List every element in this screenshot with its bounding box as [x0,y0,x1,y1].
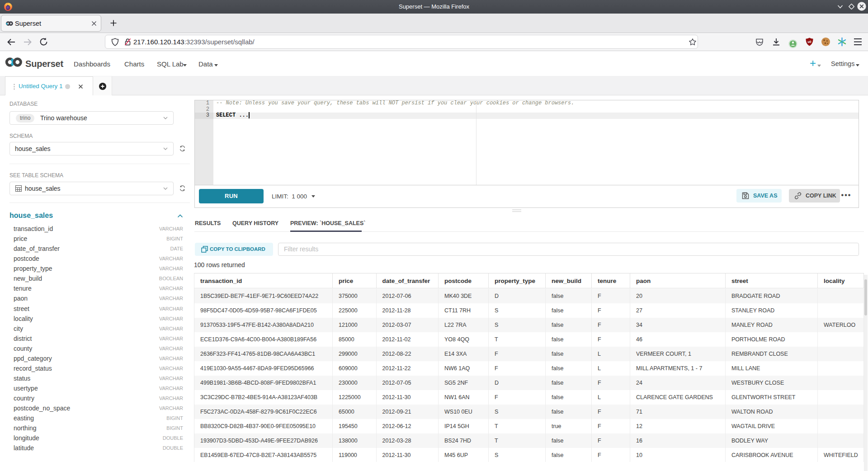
svg-text:u0: u0 [807,40,811,43]
